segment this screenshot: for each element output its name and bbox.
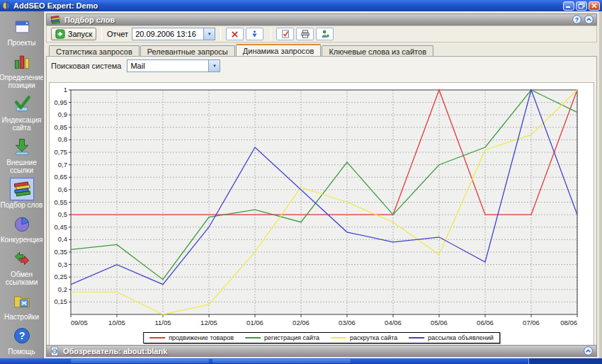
sidebar-item-link-exchange[interactable]: Обмен ссылками bbox=[0, 247, 44, 286]
toolbar-separator bbox=[220, 28, 221, 40]
toolbar-separator bbox=[271, 28, 271, 40]
sidebar-item-label: Проекты bbox=[6, 39, 36, 47]
legend-line-swatch bbox=[409, 337, 424, 339]
tab-query-dynamics[interactable]: Динамика запросов bbox=[236, 44, 322, 57]
search-engine-label: Поисковая система bbox=[51, 62, 121, 70]
run-button[interactable]: Запуск bbox=[51, 28, 96, 40]
legend-item: рассылка объявлений bbox=[409, 334, 494, 341]
svg-text:0,4: 0,4 bbox=[58, 235, 67, 243]
sidebar-item-site-indexing[interactable]: Индексация сайта bbox=[0, 93, 44, 132]
svg-text:0,7: 0,7 bbox=[58, 161, 67, 169]
sidebar-item-label: Индексация сайта bbox=[0, 116, 44, 132]
application-window: AddSEO Expert: Demo ПроектыОпределение п… bbox=[0, 0, 602, 364]
print-button[interactable] bbox=[296, 28, 314, 40]
pie-chart-icon bbox=[10, 212, 34, 235]
window-title: AddSEO Expert: Demo bbox=[13, 1, 562, 10]
question-icon: ? bbox=[10, 324, 34, 347]
browser-page-icon bbox=[50, 346, 59, 356]
svg-text:0,95: 0,95 bbox=[55, 98, 68, 106]
run-icon bbox=[55, 29, 65, 39]
toolbar: Запуск Отчет 20.09.2006 13:16 ▼ bbox=[46, 25, 597, 42]
svg-text:0,65: 0,65 bbox=[55, 173, 68, 181]
sidebar-item-label: Настройки bbox=[4, 313, 40, 321]
search-engine-value: Mail bbox=[127, 62, 208, 70]
report-label: Отчет bbox=[107, 30, 128, 38]
svg-text:07/06: 07/06 bbox=[523, 319, 540, 326]
collapse-panel-button[interactable] bbox=[584, 15, 594, 24]
legend-label: раскрутка сайта bbox=[350, 334, 397, 341]
legend-item: продвижение товаров bbox=[149, 334, 234, 341]
bar-chart-icon bbox=[10, 50, 34, 73]
run-button-label: Запуск bbox=[68, 30, 92, 38]
line-chart: 10,950,90,850,80,750,70,650,60,550,50,45… bbox=[50, 83, 594, 329]
load-report-button[interactable] bbox=[246, 28, 263, 40]
svg-text:11/05: 11/05 bbox=[154, 319, 171, 326]
sidebar-item-label: Внешние ссылки bbox=[0, 159, 44, 174]
books-icon bbox=[10, 178, 34, 200]
checkmark-icon bbox=[10, 93, 34, 115]
svg-text:01/06: 01/06 bbox=[246, 319, 263, 326]
sidebar-item-help[interactable]: ?Помощь bbox=[0, 324, 44, 356]
app-icon bbox=[2, 1, 11, 10]
svg-text:0,55: 0,55 bbox=[55, 198, 68, 206]
tab-query-statistics[interactable]: Статистика запросов bbox=[49, 45, 140, 57]
report-check-button[interactable] bbox=[276, 28, 294, 40]
chevron-down-icon[interactable]: ▼ bbox=[203, 28, 215, 40]
svg-text:0,8: 0,8 bbox=[58, 135, 67, 143]
svg-text:09/05: 09/05 bbox=[71, 319, 88, 326]
svg-text:03/06: 03/06 bbox=[339, 319, 356, 326]
sidebar-item-position-detection[interactable]: Определение позиции bbox=[0, 50, 44, 89]
sidebar-item-external-links[interactable]: Внешние ссылки bbox=[0, 135, 44, 174]
svg-text:0,3: 0,3 bbox=[58, 261, 67, 268]
svg-text:06/06: 06/06 bbox=[477, 319, 494, 326]
sidebar-item-word-selection[interactable]: Подбор слов bbox=[0, 178, 44, 209]
svg-text:1: 1 bbox=[64, 86, 67, 93]
restore-button[interactable] bbox=[576, 1, 587, 11]
svg-text:02/06: 02/06 bbox=[293, 319, 309, 326]
sidebar-item-competition[interactable]: Конкуренция bbox=[0, 212, 44, 244]
panel-header: Подбор слов ? bbox=[46, 13, 597, 25]
legend-line-swatch bbox=[149, 337, 165, 339]
svg-text:08/06: 08/06 bbox=[560, 319, 577, 326]
svg-text:0,85: 0,85 bbox=[55, 123, 68, 131]
browser-bar[interactable]: Обозреватель: about:blank bbox=[46, 345, 597, 357]
filter-row: Поисковая система Mail ▼ bbox=[51, 59, 220, 72]
sidebar-item-label: Обмен ссылками bbox=[0, 271, 44, 286]
taskbar-window-button[interactable] bbox=[212, 359, 351, 363]
legend-label: продвижение товаров bbox=[169, 334, 234, 341]
search-engine-dropdown[interactable]: Mail ▼ bbox=[127, 59, 220, 72]
svg-text:0,35: 0,35 bbox=[55, 248, 68, 256]
chevron-down-icon[interactable]: ▼ bbox=[208, 60, 220, 72]
svg-text:0,15: 0,15 bbox=[55, 297, 68, 305]
browser-bar-title: Обозреватель: about:blank bbox=[63, 347, 581, 356]
expand-browser-button[interactable] bbox=[584, 346, 593, 356]
svg-text:0,5: 0,5 bbox=[58, 210, 67, 218]
delete-report-button[interactable] bbox=[226, 28, 244, 40]
svg-text:0,75: 0,75 bbox=[55, 148, 68, 156]
panel-title: Подбор слов bbox=[64, 16, 569, 24]
minimize-button[interactable] bbox=[563, 1, 574, 11]
legend-label: рассылка объявлений bbox=[428, 334, 494, 341]
svg-text:12/05: 12/05 bbox=[200, 319, 217, 326]
sidebar-item-settings[interactable]: Настройки bbox=[0, 290, 44, 321]
report-dropdown[interactable]: 20.09.2006 13:16 ▼ bbox=[132, 28, 215, 40]
navigation-sidebar: ПроектыОпределение позицииИндексация сай… bbox=[0, 11, 44, 358]
svg-text:10/05: 10/05 bbox=[108, 319, 125, 326]
chart-legend: продвижение товароврегистрация сайтараск… bbox=[143, 332, 500, 343]
svg-text:?: ? bbox=[18, 330, 25, 341]
folder-tools-icon bbox=[10, 290, 34, 312]
sidebar-item-projects[interactable]: Проекты bbox=[0, 16, 44, 47]
close-button[interactable] bbox=[589, 1, 600, 11]
taskbar-window-button[interactable] bbox=[71, 359, 209, 363]
toolbar-separator bbox=[101, 28, 102, 40]
export-add-button[interactable] bbox=[316, 28, 334, 40]
report-dropdown-value: 20.09.2006 13:16 bbox=[132, 30, 203, 38]
svg-text:0,25: 0,25 bbox=[55, 273, 68, 280]
legend-item: регистрация сайта bbox=[245, 334, 319, 341]
legend-line-swatch bbox=[245, 337, 261, 339]
tab-relevant-queries[interactable]: Релевантные запросы bbox=[140, 45, 235, 57]
svg-text:0,45: 0,45 bbox=[55, 223, 68, 231]
help-button[interactable]: ? bbox=[572, 15, 581, 24]
tab-site-keywords[interactable]: Ключевые слова из сайтов bbox=[322, 45, 433, 57]
sidebar-item-label: Конкуренция bbox=[0, 236, 43, 244]
